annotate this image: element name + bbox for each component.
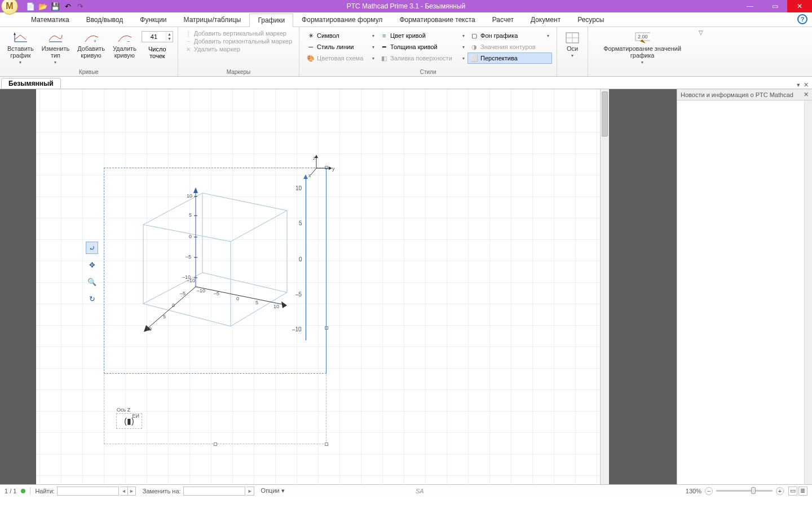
group-label-styles: Стили xyxy=(303,69,553,75)
news-panel: Новости и информация о PTC Mathcad ✕ xyxy=(677,89,812,484)
plot-z-unit-input[interactable]: ЕИ (▮) xyxy=(116,413,142,429)
ribbon-group-markers: ┊Добавить вертикальный маркер ┄Добавить … xyxy=(178,27,299,76)
find-next[interactable]: ► xyxy=(128,487,136,496)
news-panel-close[interactable]: ✕ xyxy=(804,91,809,98)
change-type-button[interactable]: Изменить тип ▾ xyxy=(38,29,74,69)
qat-redo-icon[interactable]: ↷ xyxy=(76,2,85,11)
editor-scrollbar-v[interactable] xyxy=(600,89,609,484)
svg-text:–5: –5 xyxy=(186,254,191,260)
tab-calc[interactable]: Расчет xyxy=(484,13,522,27)
svg-text:x: x xyxy=(308,173,311,178)
tab-graphics[interactable]: Графики xyxy=(249,14,293,27)
ribbon-collapse-button[interactable]: ▽ xyxy=(696,27,705,76)
tab-resources[interactable]: Ресурсы xyxy=(569,13,612,27)
style-color-scheme: 🎨Цветовая схема▾ xyxy=(304,52,377,64)
plot-tool-zoom[interactable]: 🔍 xyxy=(86,275,98,288)
minimize-button[interactable]: — xyxy=(738,0,762,12)
tab-document[interactable]: Документ xyxy=(522,13,569,27)
document-page[interactable]: zyx ⤾ ✥ 🔍 ↻ xyxy=(36,89,600,484)
svg-text:5: 5 xyxy=(163,314,166,319)
plot-tool-rotate[interactable]: ⤾ xyxy=(86,242,98,254)
plot-tools: ⤾ ✥ 🔍 ↻ xyxy=(86,242,98,305)
qat-save-icon[interactable]: 💾 xyxy=(51,2,60,11)
replace-go[interactable]: ► xyxy=(246,487,254,496)
style-curve-color[interactable]: ≡Цвет кривой▾ xyxy=(377,30,467,41)
points-input[interactable] xyxy=(142,33,166,40)
zoom-in[interactable]: + xyxy=(776,487,784,495)
svg-text:–10: –10 xyxy=(197,288,205,294)
status-bar: 1 / 1 Найти: ◄► Заменить на: ► Опции ▾ S… xyxy=(0,484,812,497)
document-tab-strip: Безымянный ▾ ✕ xyxy=(0,77,812,89)
add-curve-button[interactable]: + Добавить кривую xyxy=(73,29,109,69)
replace-label: Заменить на: xyxy=(143,488,181,494)
resize-handle-br[interactable] xyxy=(325,443,328,446)
view-draft-button[interactable]: ≣ xyxy=(798,487,807,496)
insert-graph-button[interactable]: Вставить график ▾ xyxy=(3,29,38,69)
doc-tab-dropdown[interactable]: ▾ xyxy=(797,81,800,89)
plot-axis-key: zyx xyxy=(308,154,339,178)
qat-undo-icon[interactable]: ↶ xyxy=(63,2,72,11)
find-prev[interactable]: ◄ xyxy=(120,487,128,496)
style-line-style[interactable]: ─Стиль линии▾ xyxy=(304,41,377,52)
delete-marker[interactable]: ✕Удалить маркер xyxy=(185,46,292,52)
tab-format-formulas[interactable]: Форматирование формул xyxy=(293,13,391,27)
editor-viewport[interactable]: zyx ⤾ ✥ 🔍 ↻ xyxy=(0,89,677,484)
tab-math[interactable]: Математика xyxy=(23,13,78,27)
qat-open-icon[interactable]: 📂 xyxy=(38,2,47,11)
ribbon-group-curves: Вставить график ▾ Изменить тип ▾ + Добав… xyxy=(0,27,178,76)
zoom-slider-track[interactable] xyxy=(716,490,773,492)
tab-matrices[interactable]: Матрицы/таблицы xyxy=(175,13,250,27)
news-scrollbar[interactable] xyxy=(804,100,812,484)
find-options[interactable]: Опции ▾ xyxy=(261,487,285,494)
svg-text:y: y xyxy=(332,166,335,172)
qat-new-icon[interactable]: 📄 xyxy=(26,2,35,11)
tab-functions[interactable]: Функции xyxy=(131,13,175,27)
style-symbol[interactable]: ✳Символ▾ xyxy=(304,30,377,41)
svg-text:–5: –5 xyxy=(214,291,219,296)
svg-text:–: – xyxy=(127,38,130,44)
style-line-width[interactable]: ━Толщина кривой▾ xyxy=(377,41,467,52)
window-title: PTC Mathcad Prime 3.1 - Безымянный xyxy=(347,2,465,10)
tab-io[interactable]: Ввод/вывод xyxy=(78,13,132,27)
replace-input[interactable] xyxy=(183,487,245,496)
tab-format-text[interactable]: Форматирование текста xyxy=(391,13,483,27)
zoom-controls: 130% − + xyxy=(686,487,784,495)
view-page-button[interactable]: ▭ xyxy=(788,487,797,496)
scrollbar-thumb[interactable] xyxy=(602,91,608,137)
find-input[interactable] xyxy=(57,487,119,496)
doc-tab-close[interactable]: ✕ xyxy=(804,81,809,89)
svg-text:–10: –10 xyxy=(187,278,195,283)
points-down[interactable]: ▼ xyxy=(167,37,171,41)
zoom-out[interactable]: − xyxy=(705,487,713,495)
delete-curve-button[interactable]: – Удалить кривую xyxy=(109,29,140,69)
style-perspective[interactable]: ⬜Перспектива xyxy=(467,52,552,64)
plot-3d-region[interactable]: zyx ⤾ ✥ 🔍 ↻ xyxy=(104,157,532,445)
style-contour-values: ◑Значения контуров xyxy=(467,41,552,52)
axes-button[interactable]: Оси ▾ xyxy=(561,29,584,69)
svg-text:5: 5 xyxy=(255,300,258,305)
ribbon: Вставить график ▾ Изменить тип ▾ + Добав… xyxy=(0,27,812,77)
svg-text:5: 5 xyxy=(189,212,192,218)
add-horizontal-marker[interactable]: ┄Добавить горизонтальный маркер xyxy=(185,38,292,45)
close-button[interactable]: ✕ xyxy=(787,0,812,12)
plot-tool-pan[interactable]: ✥ xyxy=(86,259,98,271)
help-button[interactable]: ? xyxy=(797,14,807,24)
maximize-button[interactable]: ▭ xyxy=(762,0,787,12)
svg-marker-39 xyxy=(281,301,287,308)
plot-3d-cube[interactable]: 10 5 0 –5 –10 –10–50510 –10–50510 xyxy=(118,179,298,360)
status-center-logo: SA xyxy=(416,488,424,494)
points-up[interactable]: ▲ xyxy=(167,32,171,37)
points-spinner[interactable]: ▲▼ xyxy=(142,31,173,42)
ribbon-group-axes: Оси ▾ xyxy=(557,27,588,76)
status-indicator-icon xyxy=(21,489,25,493)
add-vertical-marker[interactable]: ┊Добавить вертикальный маркер xyxy=(185,30,292,37)
format-values-button[interactable]: 2.00 Форматирование значений графика ▾ xyxy=(592,29,693,69)
ribbon-tabs: Математика Ввод/вывод Функции Матрицы/та… xyxy=(0,12,812,27)
resize-handle-b[interactable] xyxy=(214,443,217,446)
svg-line-16 xyxy=(311,168,316,175)
zoom-slider-thumb[interactable] xyxy=(751,487,756,494)
document-tab[interactable]: Безымянный xyxy=(1,78,61,89)
style-background[interactable]: ▢Фон графика▾ xyxy=(467,30,552,41)
plot-tool-reset[interactable]: ↻ xyxy=(86,292,98,305)
news-panel-title: Новости и информация о PTC Mathcad xyxy=(681,91,793,98)
